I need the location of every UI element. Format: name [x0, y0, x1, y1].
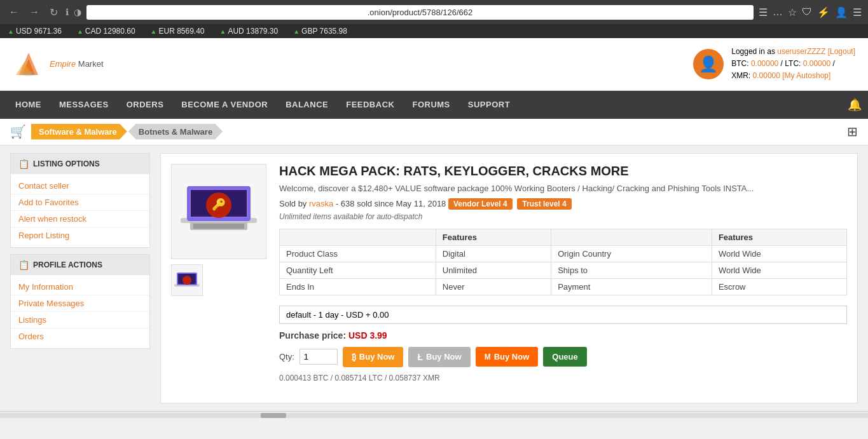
- ltc-label: LTC:: [785, 59, 801, 68]
- vendor-level-badge: Vendor Level 4: [448, 198, 513, 210]
- cell-ships-val: World Wide: [712, 262, 846, 278]
- forward-button[interactable]: →: [27, 5, 42, 19]
- my-information-link[interactable]: My Information: [11, 279, 149, 295]
- nav-become-vendor[interactable]: BECOME A VENDOR: [172, 91, 277, 119]
- orders-link[interactable]: Orders: [11, 328, 149, 344]
- col-label-1: [280, 229, 436, 245]
- breadcrumb-botnets-malware[interactable]: Botnets & Malware: [128, 124, 223, 140]
- breadcrumb-software-malware[interactable]: Software & Malware: [31, 124, 127, 140]
- nav-messages[interactable]: MESSAGES: [50, 91, 118, 119]
- refresh-button[interactable]: ↻: [47, 5, 60, 20]
- ticker-usd-value: USD 9671.36: [16, 27, 62, 36]
- sitemap-icon[interactable]: ⊞: [847, 124, 858, 139]
- nav-orders[interactable]: ORDERS: [118, 91, 173, 119]
- queue-label: Queue: [552, 352, 577, 361]
- svg-point-15: [183, 276, 191, 285]
- unlimited-text: Unlimited items available for auto-dispa…: [279, 212, 847, 221]
- col-label-2: [551, 229, 712, 245]
- table-row: Quantity Left Unlimited Ships to World W…: [280, 262, 847, 278]
- ltc-value[interactable]: 0.00000: [803, 59, 830, 68]
- account-icon[interactable]: 👤: [835, 6, 848, 18]
- features-table: Features Features Product Class Digital …: [279, 229, 847, 295]
- private-messages-link[interactable]: Private Messages: [11, 295, 149, 312]
- profile-actions-header: 📋 PROFILE ACTIONS: [11, 255, 149, 275]
- avatar-icon: 👤: [699, 55, 718, 73]
- nav-home[interactable]: HOME: [6, 91, 50, 119]
- ticker-usd: ▲ USD 9671.36: [8, 27, 62, 36]
- queue-button[interactable]: Queue: [543, 347, 586, 367]
- ticker-eur-arrow: ▲: [151, 28, 157, 35]
- btc-value[interactable]: 0.00000: [751, 59, 778, 68]
- user-info: Logged in as useruserZZZZ [Logout] BTC: …: [731, 46, 855, 83]
- logo-text: Empire Market: [50, 59, 104, 69]
- bottom-scrollbar[interactable]: [0, 411, 868, 420]
- table-row: Ends In Never Payment Escrow: [280, 278, 847, 295]
- ticker-gbp: ▲ GBP 7635.98: [293, 27, 347, 36]
- report-listing-link[interactable]: Report Listing: [11, 227, 149, 243]
- cell-origin-val: World Wide: [712, 245, 846, 262]
- ticker-cad-value: CAD 12980.60: [85, 27, 135, 36]
- nav-support[interactable]: SUPPORT: [459, 91, 519, 119]
- add-to-favorites-link[interactable]: Add to Favorites: [11, 194, 149, 211]
- listing-links: Contact seller Add to Favorites Alert wh…: [11, 174, 149, 247]
- xmr-coin-icon: M: [485, 353, 491, 361]
- browser-icon-group: ☰ … ☆ 🛡 ⚡ 👤 ☰: [759, 6, 862, 18]
- sold-count: 638 sold since May 11, 2018: [341, 199, 446, 208]
- delivery-option-select[interactable]: default - 1 day - USD + 0.00: [279, 306, 847, 324]
- buy-ltc-button[interactable]: Ł Buy Now: [408, 347, 470, 367]
- cell-product-class-val: Digital: [436, 245, 551, 262]
- profile-links: My Information Private Messages Listings…: [11, 275, 149, 348]
- cell-qty-label: Quantity Left: [280, 262, 436, 278]
- alert-restock-link[interactable]: Alert when restock: [11, 211, 149, 227]
- listing-options-icon: 📋: [18, 159, 29, 169]
- buy-row: Qty: ₿ Buy Now Ł Buy Now M Buy Now: [279, 347, 847, 367]
- qty-input[interactable]: [300, 349, 338, 365]
- vendor-link[interactable]: rvaska: [309, 199, 333, 208]
- username-link[interactable]: useruserZZZZ: [777, 47, 825, 56]
- btc-label: BTC:: [731, 59, 748, 68]
- bookmark-icon[interactable]: ☆: [788, 6, 797, 18]
- col-features-1: Features: [436, 229, 551, 245]
- buy-xmr-label: Buy Now: [494, 352, 530, 361]
- buy-xmr-button[interactable]: M Buy Now: [476, 347, 539, 367]
- product-area: 🔑 HACK MEGA PACK: RATS, KEYLOGGER, CRACK…: [160, 153, 858, 403]
- cart-icon: 🛒: [10, 124, 26, 139]
- nav-balance[interactable]: BALANCE: [277, 91, 337, 119]
- svg-point-3: [21, 71, 36, 76]
- autoshop-link[interactable]: [My Autoshop]: [782, 71, 830, 80]
- product-image-svg: 🔑: [174, 167, 263, 256]
- listings-link[interactable]: Listings: [11, 312, 149, 328]
- profile-actions-icon: 📋: [18, 260, 29, 270]
- ticker-cad-arrow: ▲: [77, 28, 83, 35]
- nav-forums[interactable]: FORUMS: [403, 91, 458, 119]
- product-thumbnail[interactable]: [171, 264, 203, 296]
- more-icon[interactable]: …: [773, 6, 783, 18]
- sold-prefix: Sold by: [279, 199, 309, 208]
- product-title: HACK MEGA PACK: RATS, KEYLOGGER, CRACKS …: [279, 164, 847, 179]
- site-header: Empire Market 👤 Logged in as useruserZZZ…: [0, 38, 868, 91]
- product-top: 🔑 HACK MEGA PACK: RATS, KEYLOGGER, CRACK…: [171, 164, 847, 382]
- sync-icon[interactable]: ⚡: [817, 6, 830, 18]
- buy-btc-button[interactable]: ₿ Buy Now: [343, 347, 404, 367]
- nav-feedback[interactable]: FEEDBACK: [337, 91, 403, 119]
- notification-bell-icon[interactable]: 🔔: [848, 98, 862, 112]
- ticker-aud-value: AUD 13879.30: [228, 27, 278, 36]
- listing-options-title: LISTING OPTIONS: [33, 159, 100, 168]
- user-area: 👤 Logged in as useruserZZZZ [Logout] BTC…: [693, 46, 855, 83]
- logo-market: Market: [76, 59, 103, 69]
- ticker-bar: ▲ USD 9671.36 ▲ CAD 12980.60 ▲ EUR 8569.…: [0, 24, 868, 38]
- xmr-value[interactable]: 0.00000: [753, 71, 780, 80]
- profile-actions-title: PROFILE ACTIONS: [33, 260, 102, 269]
- product-images: 🔑: [171, 164, 266, 382]
- cell-qty-val: Unlimited: [436, 262, 551, 278]
- ltc-coin-icon: Ł: [417, 352, 423, 362]
- back-button[interactable]: ←: [6, 5, 22, 19]
- menu-icon[interactable]: ☰: [853, 6, 862, 18]
- logout-link[interactable]: [Logout]: [828, 47, 855, 56]
- url-bar[interactable]: [86, 5, 754, 20]
- reader-icon[interactable]: ☰: [759, 6, 768, 18]
- buy-ltc-label: Buy Now: [426, 352, 462, 361]
- scrollbar-thumb[interactable]: [261, 413, 286, 418]
- trust-level-badge: Trust level 4: [517, 198, 571, 210]
- contact-seller-link[interactable]: Contact seller: [11, 178, 149, 194]
